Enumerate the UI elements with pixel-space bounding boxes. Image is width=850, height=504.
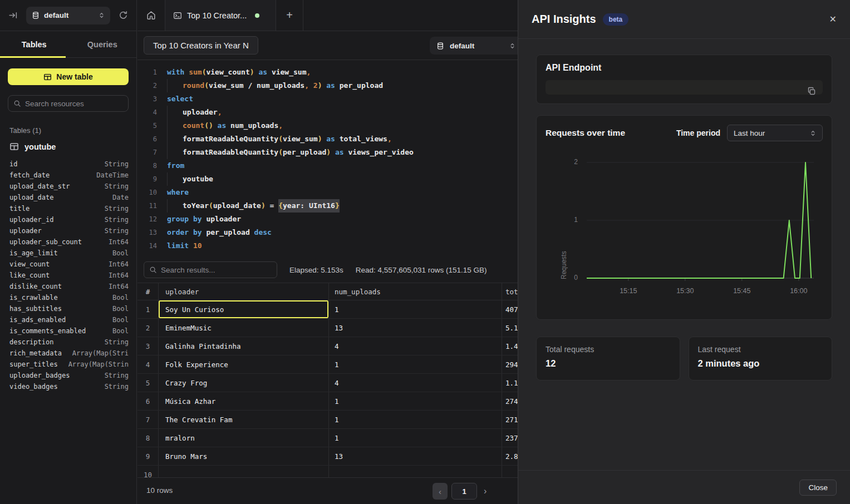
cell-num-uploads[interactable]: 1 (329, 355, 502, 373)
query-title-input[interactable]: Top 10 Creators in Year N (144, 36, 258, 55)
cell-num-uploads[interactable]: 1 (329, 429, 502, 447)
close-icon[interactable]: ✕ (829, 14, 837, 24)
unsaved-status-dot (255, 13, 259, 18)
cell-uploader[interactable]: EminemMusic (159, 319, 329, 337)
cell-uploader[interactable]: Música Azhar (159, 392, 329, 410)
new-table-button[interactable]: New table (8, 68, 129, 85)
cell-uploader[interactable]: The Crevatin Fam (159, 411, 329, 428)
column-list-item[interactable]: upload_dateDate (9, 192, 129, 203)
row-index[interactable]: 3 (137, 337, 159, 355)
panel-title: API Insights (532, 13, 596, 26)
column-header-index[interactable]: # (137, 283, 159, 300)
row-index[interactable]: 6 (137, 392, 159, 410)
home-button[interactable] (137, 0, 165, 31)
column-list-item[interactable]: uploaderString (9, 225, 129, 236)
line-number: 7 (144, 146, 157, 159)
console-icon (173, 11, 182, 20)
column-type: Bool (112, 249, 129, 257)
row-index[interactable]: 1 (137, 300, 159, 318)
line-number: 2 (144, 79, 157, 92)
column-list-item[interactable]: descriptionString (9, 337, 129, 348)
cell-num-uploads[interactable]: 1 (329, 300, 502, 318)
column-list-item[interactable]: is_ads_enabledBool (9, 314, 129, 325)
column-list-item[interactable]: view_countInt64 (9, 259, 129, 270)
cell-num-uploads[interactable]: 1 (329, 392, 502, 410)
row-index[interactable]: 5 (137, 374, 159, 392)
query-database-select[interactable]: default (430, 37, 522, 55)
cell-num-uploads[interactable]: 1 (329, 411, 502, 428)
pagination: ‹ 1 › (433, 483, 489, 500)
column-header-uploader[interactable]: uploader (159, 283, 329, 300)
column-list-item[interactable]: like_countInt64 (9, 270, 129, 281)
results-search-input[interactable] (161, 266, 272, 274)
collapse-sidebar-icon[interactable] (7, 9, 19, 21)
row-count: 10 rows (146, 486, 173, 495)
x-tick-label: 16:00 (785, 287, 813, 295)
tab-tables[interactable]: Tables (0, 31, 68, 57)
row-index[interactable]: 9 (137, 447, 159, 465)
row-index[interactable]: 2 (137, 319, 159, 337)
row-index[interactable]: 8 (137, 429, 159, 447)
row-index[interactable]: 7 (137, 411, 159, 428)
line-number: 5 (144, 119, 157, 132)
close-panel-button[interactable]: Close (799, 480, 837, 496)
cell-num-uploads[interactable]: 4 (329, 337, 502, 355)
line-number: 14 (144, 239, 157, 253)
column-list-item[interactable]: upload_date_strString (9, 181, 129, 192)
time-period-select[interactable]: Last hour (727, 125, 823, 141)
copy-icon[interactable] (807, 87, 816, 96)
cell-uploader[interactable]: mralorn (159, 429, 329, 447)
api-insights-panel: API Insights beta ✕ API Endpoint Request… (518, 0, 850, 504)
table-grid-icon (9, 142, 19, 151)
column-list-item[interactable]: super_titlesArray(Map(Strin (9, 359, 129, 370)
cell-uploader[interactable]: Bruno Mars (159, 447, 329, 465)
column-list-item[interactable]: idString (9, 159, 129, 170)
column-name: upload_date (9, 194, 53, 201)
column-list-item[interactable]: video_badgesString (9, 381, 129, 392)
requests-line-chart (587, 161, 814, 285)
prev-page-button[interactable]: ‹ (433, 483, 448, 500)
cell-uploader[interactable]: Soy Un Curioso (159, 300, 329, 318)
sidebar: default Tables Queries New table (0, 0, 137, 504)
query-tab[interactable]: Top 10 Creator... (165, 0, 276, 31)
database-icon (32, 11, 40, 19)
beta-badge: beta (603, 13, 629, 26)
column-name: is_comments_enabled (9, 327, 86, 335)
cell-num-uploads[interactable]: 4 (329, 374, 502, 392)
column-list-item[interactable]: uploader_idString (9, 214, 129, 225)
resource-search-input[interactable] (25, 100, 123, 108)
last-request-value: 2 minutes ago (698, 358, 823, 369)
new-tab-button[interactable]: + (276, 0, 303, 31)
current-page[interactable]: 1 (451, 483, 477, 500)
next-page-button[interactable]: › (481, 486, 489, 496)
cell-num-uploads[interactable] (329, 466, 502, 477)
column-list-item[interactable]: fetch_dateDateTime (9, 170, 129, 181)
column-list-item[interactable]: is_comments_enabledBool (9, 325, 129, 337)
column-list-item[interactable]: uploader_sub_countInt64 (9, 236, 129, 248)
row-index[interactable]: 10 (137, 466, 159, 477)
column-list-item[interactable]: uploader_badgesString (9, 370, 129, 381)
cell-uploader[interactable]: Folk Experience (159, 355, 329, 373)
column-list-item[interactable]: is_crawlableBool (9, 292, 129, 303)
chart-title: Requests over time (546, 128, 625, 138)
column-list-item[interactable]: has_subtitlesBool (9, 303, 129, 314)
table-item-youtube[interactable]: youtube (8, 142, 129, 151)
cell-uploader[interactable]: Crazy Frog (159, 374, 329, 392)
cell-num-uploads[interactable]: 13 (329, 447, 502, 465)
database-select[interactable]: default (26, 7, 110, 24)
api-endpoint-title: API Endpoint (546, 63, 823, 73)
column-list-item[interactable]: is_age_limitBool (9, 248, 129, 259)
column-header-num-uploads[interactable]: num_uploads (329, 283, 502, 300)
column-list-item[interactable]: dislike_countInt64 (9, 281, 129, 292)
cell-uploader[interactable] (159, 466, 329, 477)
row-index[interactable]: 4 (137, 355, 159, 373)
line-number: 3 (144, 92, 157, 106)
refresh-icon[interactable] (117, 9, 129, 21)
active-tab-underline (0, 56, 66, 58)
column-list-item[interactable]: titleString (9, 203, 129, 214)
column-list-item[interactable]: rich_metadataArray(Map(Stri (9, 348, 129, 359)
cell-num-uploads[interactable]: 13 (329, 319, 502, 337)
cell-uploader[interactable]: Galinha Pintadinha (159, 337, 329, 355)
tab-queries[interactable]: Queries (68, 31, 137, 57)
last-request-label: Last request (698, 345, 823, 354)
